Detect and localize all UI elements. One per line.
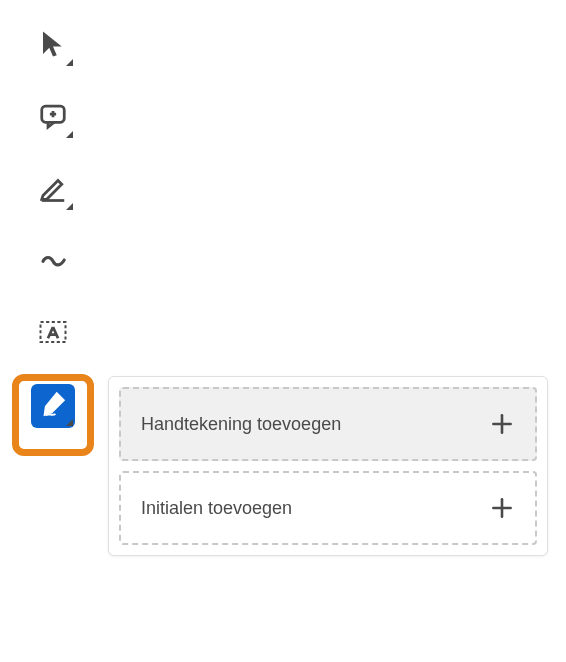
highlight-tool[interactable] [31, 168, 75, 212]
plus-icon [489, 411, 515, 437]
add-initials-label: Initialen toevoegen [141, 498, 292, 519]
text-box-tool[interactable] [31, 312, 75, 356]
freehand-icon [38, 245, 68, 279]
add-signature-label: Handtekening toevoegen [141, 414, 341, 435]
marker-icon [38, 173, 68, 207]
add-initials-item[interactable]: Initialen toevoegen [119, 471, 537, 545]
svg-rect-4 [41, 322, 66, 342]
comment-icon [38, 101, 68, 135]
cursor-icon [38, 29, 68, 63]
text-box-icon [38, 317, 68, 351]
plus-icon [489, 495, 515, 521]
toolbar [22, 24, 84, 428]
draw-tool[interactable] [31, 240, 75, 284]
sign-tool[interactable] [31, 384, 75, 428]
pen-nib-icon [38, 389, 68, 423]
sign-popover: Handtekening toevoegen Initialen toevoeg… [108, 376, 548, 556]
comment-tool[interactable] [31, 96, 75, 140]
add-signature-item[interactable]: Handtekening toevoegen [119, 387, 537, 461]
selection-tool[interactable] [31, 24, 75, 68]
